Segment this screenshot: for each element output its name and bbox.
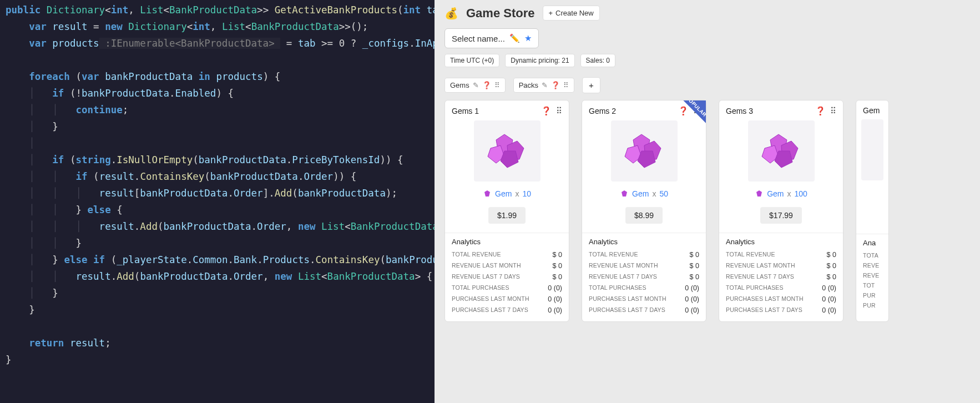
code-editor[interactable]: public Dictionary<int, List<BankProductD… bbox=[0, 0, 435, 403]
svg-marker-14 bbox=[756, 190, 762, 197]
analytics-heading: Analytics bbox=[589, 238, 699, 246]
product-currency-line: Gem x 100 bbox=[755, 189, 807, 198]
tab-gems-label: Gems bbox=[450, 81, 469, 89]
pencil-icon[interactable]: ✏️ bbox=[509, 33, 520, 43]
analytics-heading: Ana bbox=[863, 239, 882, 247]
plus-icon: + bbox=[549, 9, 553, 17]
product-price: $1.99 bbox=[488, 207, 526, 224]
svg-marker-3 bbox=[501, 151, 518, 168]
svg-marker-13 bbox=[775, 151, 792, 168]
analytics-heading: Analytics bbox=[726, 238, 836, 246]
product-title: Gem bbox=[863, 106, 880, 115]
product-card-gems-4-partial[interactable]: Gem . Ana TOTA REVE REVE TOT PUR PUR bbox=[856, 100, 889, 322]
star-icon[interactable]: ★ bbox=[524, 33, 532, 43]
tab-packs[interactable]: Packs ✎ ❓ ⠿ bbox=[513, 78, 574, 93]
product-currency-line: Gem x 50 bbox=[620, 189, 668, 198]
select-name-input[interactable]: Select name... ✏️ ★ bbox=[444, 28, 539, 48]
pill-sales[interactable]: Sales: 0 bbox=[580, 54, 615, 67]
drag-handle-icon[interactable]: ⠿ bbox=[563, 81, 569, 89]
product-cards-row: Gems 1 ❓ ⠿ Gem x 10 $1.99 A bbox=[435, 100, 980, 332]
create-new-label: Create New bbox=[555, 9, 594, 17]
pill-time-utc[interactable]: Time UTC (+0) bbox=[444, 54, 499, 67]
help-icon[interactable]: ❓ bbox=[541, 106, 552, 116]
pencil-icon[interactable]: ✎ bbox=[473, 81, 479, 89]
product-analytics: Analytics TOTAL REVENUE$ 0 REVENUE LAST … bbox=[582, 233, 706, 321]
add-tab-button[interactable]: + bbox=[582, 77, 600, 93]
method-name: GetActiveBankProducts bbox=[275, 4, 397, 16]
keyword-public: public bbox=[6, 4, 41, 16]
product-title: Gems 2 bbox=[589, 107, 616, 115]
product-card-gems-3[interactable]: Gems 3 ❓ ⠿ Gem x 100 $17.99 bbox=[719, 100, 843, 322]
game-store-panel: 💰 Game Store + Create New Select name...… bbox=[435, 0, 980, 403]
product-card-gems-2[interactable]: POPULAR Gems 2 ❓ ⠿ Gem x 50 $8 bbox=[582, 100, 706, 322]
gem-icon bbox=[483, 190, 492, 198]
store-title: Game Store bbox=[466, 6, 535, 21]
inlay-hint: :IEnumerable<BankProductData> bbox=[99, 38, 281, 49]
product-image bbox=[474, 120, 540, 182]
product-card-gems-1[interactable]: Gems 1 ❓ ⠿ Gem x 10 $1.99 A bbox=[444, 100, 569, 322]
product-image bbox=[748, 120, 815, 182]
product-analytics: Analytics TOTAL REVENUE$ 0 REVENUE LAST … bbox=[719, 233, 843, 321]
svg-marker-4 bbox=[484, 190, 490, 197]
type-dictionary: Dictionary bbox=[47, 4, 105, 16]
product-title: Gems 3 bbox=[726, 107, 753, 115]
analytics-heading: Analytics bbox=[452, 238, 562, 246]
help-icon[interactable]: ❓ bbox=[482, 81, 491, 89]
product-image bbox=[861, 119, 883, 180]
drag-handle-icon[interactable]: ⠿ bbox=[556, 106, 562, 116]
gem-icon bbox=[755, 190, 764, 198]
gem-icon bbox=[620, 190, 629, 198]
help-icon[interactable]: ❓ bbox=[678, 106, 689, 116]
drag-handle-icon[interactable]: ⠿ bbox=[830, 106, 836, 116]
pencil-icon[interactable]: ✎ bbox=[542, 81, 548, 89]
help-icon[interactable]: ❓ bbox=[815, 106, 826, 116]
product-price: $8.99 bbox=[625, 207, 663, 224]
product-image bbox=[611, 120, 678, 182]
pill-dynamic-pricing[interactable]: Dynamic pricing: 21 bbox=[505, 54, 574, 67]
svg-marker-9 bbox=[622, 190, 627, 197]
select-name-placeholder: Select name... bbox=[452, 34, 505, 43]
product-price: $17.99 bbox=[760, 207, 802, 224]
product-title: Gems 1 bbox=[452, 107, 479, 115]
money-bag-icon: 💰 bbox=[444, 7, 458, 20]
help-icon[interactable]: ❓ bbox=[551, 81, 560, 89]
tab-packs-label: Packs bbox=[519, 81, 538, 89]
drag-handle-icon[interactable]: ⠿ bbox=[494, 81, 500, 89]
create-new-button[interactable]: + Create New bbox=[543, 6, 600, 21]
product-analytics: Ana TOTA REVE REVE TOT PUR PUR bbox=[856, 234, 888, 316]
tab-gems[interactable]: Gems ✎ ❓ ⠿ bbox=[444, 78, 506, 93]
product-analytics: Analytics TOTAL REVENUE$ 0 REVENUE LAST … bbox=[445, 233, 569, 321]
product-currency-line: Gem x 10 bbox=[483, 189, 531, 198]
svg-marker-8 bbox=[638, 151, 655, 168]
